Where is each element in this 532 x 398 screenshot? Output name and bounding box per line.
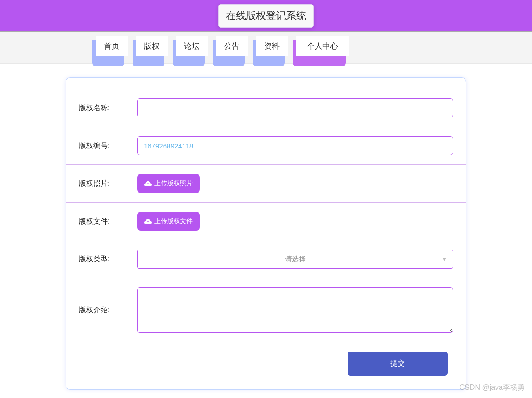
cloud-upload-icon: [144, 181, 152, 186]
label-copyright-number: 版权编号:: [79, 141, 137, 151]
nav-item-label: 首页: [96, 36, 128, 56]
nav-item-label: 版权: [136, 36, 168, 56]
chevron-down-icon: ▾: [443, 255, 446, 263]
cloud-upload-icon: [144, 219, 152, 224]
nav-item-notice[interactable]: 公告: [216, 36, 248, 63]
label-copyright-type: 版权类型:: [79, 255, 137, 264]
form-wrapper: 版权名称: 版权编号: 版权照片: 上传版权照片 版权文件: 上传版权文件 版权…: [0, 64, 532, 398]
upload-file-button[interactable]: 上传版权文件: [137, 212, 200, 231]
nav-item-copyright[interactable]: 版权: [136, 36, 168, 63]
nav-item-material[interactable]: 资料: [256, 36, 288, 63]
nav-bar: 首页 版权 论坛 公告 资料 个人中心: [0, 32, 532, 64]
label-copyright-photo: 版权照片:: [79, 179, 137, 189]
row-copyright-file: 版权文件: 上传版权文件: [66, 203, 466, 240]
label-copyright-file: 版权文件:: [79, 217, 137, 226]
textarea-copyright-intro[interactable]: [137, 287, 453, 333]
nav-item-label: 论坛: [176, 36, 208, 56]
page-title: 在线版权登记系统: [218, 4, 314, 28]
submit-button[interactable]: 提交: [348, 352, 448, 376]
form-card: 版权名称: 版权编号: 版权照片: 上传版权照片 版权文件: 上传版权文件 版权…: [66, 77, 466, 390]
nav-item-home[interactable]: 首页: [96, 36, 128, 63]
nav-item-label: 资料: [256, 36, 288, 56]
nav-item-label: 个人中心: [296, 36, 349, 56]
row-copyright-number: 版权编号:: [66, 127, 466, 165]
upload-photo-button[interactable]: 上传版权照片: [137, 174, 200, 193]
row-copyright-photo: 版权照片: 上传版权照片: [66, 165, 466, 203]
upload-photo-label: 上传版权照片: [154, 179, 193, 188]
row-copyright-name: 版权名称:: [66, 89, 466, 127]
submit-row: 提交: [66, 342, 466, 376]
input-copyright-name[interactable]: [137, 98, 453, 117]
select-copyright-type[interactable]: 请选择 ▾: [137, 250, 453, 269]
nav-item-label: 公告: [216, 36, 248, 56]
row-copyright-intro: 版权介绍:: [66, 278, 466, 342]
row-copyright-type: 版权类型: 请选择 ▾: [66, 240, 466, 278]
header-bar: 在线版权登记系统: [0, 0, 532, 32]
upload-file-label: 上传版权文件: [154, 217, 193, 225]
input-copyright-number[interactable]: [137, 136, 453, 155]
label-copyright-name: 版权名称:: [79, 103, 137, 113]
nav-item-forum[interactable]: 论坛: [176, 36, 208, 63]
label-copyright-intro: 版权介绍:: [79, 306, 137, 315]
nav-item-profile[interactable]: 个人中心: [296, 36, 349, 63]
select-placeholder: 请选择: [285, 255, 306, 264]
watermark: CSDN @java李杨勇: [460, 383, 525, 393]
